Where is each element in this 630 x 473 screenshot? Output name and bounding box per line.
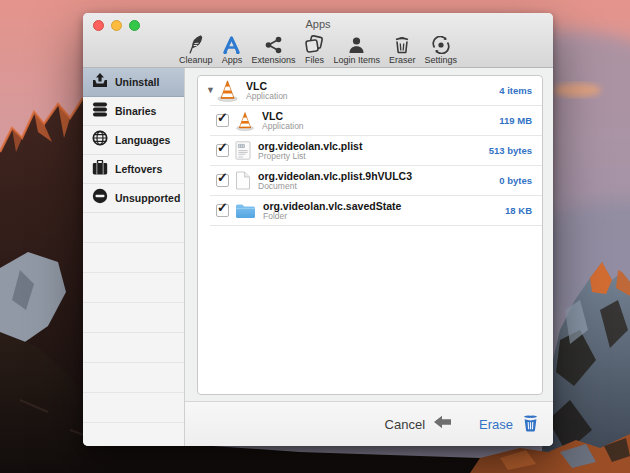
apps-a-icon [221,34,242,54]
group-kind: Application [246,92,499,102]
sidebar: Uninstall Binaries Languages [83,68,185,446]
person-icon [348,34,365,54]
file-text: org.videolan.vlc.plist Property List [258,140,489,162]
file-kind: Document [258,182,499,192]
file-size: 513 bytes [489,145,532,156]
cancel-label: Cancel [385,417,425,432]
desktop: Apps Cleanup Apps [0,0,630,473]
scan-eye-icon [431,34,451,54]
pages-icon [304,34,324,54]
file-kind: Folder [263,212,505,222]
group-count: 4 items [499,85,532,96]
check-icon: ✓ [217,140,228,155]
sidebar-empty-row [83,423,184,446]
toolbar-item-eraser[interactable]: Eraser [389,34,416,65]
sidebar-empty-row [83,333,184,363]
app-window: Apps Cleanup Apps [83,13,553,446]
toolbar-label: Cleanup [179,55,213,65]
toolbar-label: Eraser [389,55,416,65]
window-title: Apps [83,18,553,30]
file-size: 0 bytes [499,175,532,186]
toolbar-item-cleanup[interactable]: Cleanup [179,34,213,65]
sidebar-empty-row [83,303,184,333]
erase-label: Erase [479,417,513,432]
sidebar-empty-row [83,363,184,393]
cancel-button[interactable]: Cancel [385,415,451,433]
file-row-plist[interactable]: ✓ org.videolan.vlc.plist Property List 5… [198,136,542,165]
file-text: VLC Application [262,110,499,132]
group-name: VLC [246,80,499,92]
row-divider [210,225,542,226]
file-size: 119 MB [499,115,532,126]
stack-icon [92,102,108,121]
feather-icon [188,34,204,54]
globe-icon [92,130,108,150]
trash-icon [394,34,410,54]
file-list-container: ▼ VLC Application 4 items [185,68,553,401]
toolbar-label: Login Items [333,55,380,65]
row-checkbox[interactable]: ✓ [216,144,229,157]
action-bar: Cancel Erase [185,401,553,446]
check-icon: ✓ [217,110,228,125]
sidebar-empty-row [83,243,184,273]
sidebar-item-unsupported[interactable]: Unsupported [83,184,184,213]
file-kind: Property List [258,152,489,162]
toolbar-label: Apps [222,55,243,65]
main-area: ▼ VLC Application 4 items [185,68,553,446]
file-kind: Application [262,122,499,132]
check-icon: ✓ [217,200,228,215]
row-checkbox[interactable]: ✓ [216,174,229,187]
file-name: org.videolan.vlc.plist [258,140,489,152]
file-row-vlc-app[interactable]: ✓ VLC Application 119 MB [198,106,542,135]
file-size: 18 KB [505,205,532,216]
sidebar-empty-row [83,273,184,303]
share-icon [265,34,282,54]
group-row-vlc[interactable]: ▼ VLC Application 4 items [198,76,542,105]
minus-circle-icon [92,188,108,208]
check-icon: ✓ [217,170,228,185]
sidebar-empty-row [83,393,184,423]
toolbar: Cleanup Apps Extensions [83,34,553,65]
file-row-savedstate[interactable]: ✓ org.videolan.vlc.savedState Folder 18 … [198,196,542,225]
sidebar-item-languages[interactable]: Languages [83,126,184,155]
file-text: org.videolan.vlc.savedState Folder [263,200,505,222]
vlc-cone-icon [216,79,239,102]
file-name: org.videolan.vlc.plist.9hVULC3 [258,170,499,182]
sidebar-item-binaries[interactable]: Binaries [83,97,184,126]
document-icon [235,171,251,190]
row-checkbox[interactable]: ✓ [216,204,229,217]
row-checkbox[interactable]: ✓ [216,114,229,127]
sidebar-item-uninstall[interactable]: Uninstall [83,68,184,97]
file-name: VLC [262,110,499,122]
uninstall-tray-icon [92,73,108,92]
vlc-cone-icon [235,111,255,131]
file-name: org.videolan.vlc.savedState [263,200,505,212]
toolbar-item-extensions[interactable]: Extensions [251,34,295,65]
sidebar-item-leftovers[interactable]: Leftovers [83,155,184,184]
sidebar-item-label: Languages [115,134,170,146]
file-list: ▼ VLC Application 4 items [197,75,543,395]
toolbar-item-login-items[interactable]: Login Items [333,34,380,65]
folder-icon [235,202,256,219]
sidebar-item-label: Binaries [115,105,156,117]
toolbar-item-apps[interactable]: Apps [221,34,242,65]
sidebar-item-label: Unsupported [115,192,180,204]
plist-icon [235,141,251,160]
file-row-plist-temp[interactable]: ✓ org.videolan.vlc.plist.9hVULC3 Documen… [198,166,542,195]
file-text: org.videolan.vlc.plist.9hVULC3 Document [258,170,499,192]
toolbar-label: Files [305,55,324,65]
briefcase-icon [92,160,108,179]
toolbar-item-settings[interactable]: Settings [425,34,458,65]
window-body: Uninstall Binaries Languages [83,68,553,446]
sidebar-item-label: Uninstall [115,76,159,88]
toolbar-label: Settings [425,55,458,65]
erase-button[interactable]: Erase [479,413,539,436]
window-header: Apps Cleanup Apps [83,13,553,68]
disclosure-triangle-icon[interactable]: ▼ [206,86,216,95]
toolbar-label: Extensions [251,55,295,65]
toolbar-item-files[interactable]: Files [304,34,324,65]
sidebar-empty-row [83,213,184,243]
sidebar-item-label: Leftovers [115,163,162,175]
arrow-left-icon [434,415,451,433]
trash-blue-icon [522,413,539,436]
